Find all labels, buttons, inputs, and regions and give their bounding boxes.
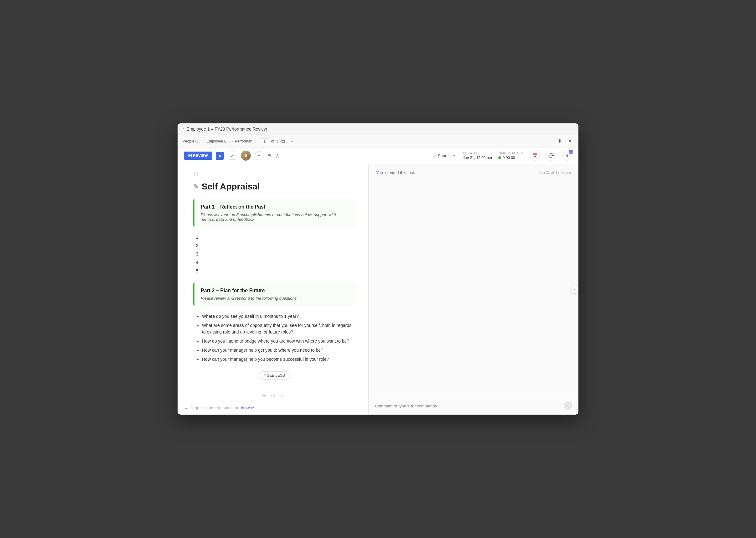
share-label: Share [438, 153, 449, 158]
part1-title: Part 1 – Reflect on the Past [201, 204, 350, 210]
right-panel: You created this task Jun 21 at 12:09 pm… [369, 164, 578, 415]
created-value: Jun 21, 12:09 pm [463, 156, 492, 160]
list-item [201, 267, 356, 275]
bullet-item-3: How do you intend to bridge where you ar… [202, 337, 356, 346]
bullet-list: Where do you see yourself in 6 months to… [193, 312, 356, 364]
breadcrumb-employee[interactable]: Employee E... [206, 139, 230, 143]
activity-user: You [376, 170, 383, 175]
breadcrumb-people[interactable]: People O... [183, 139, 201, 143]
eye-button[interactable]: 👁 1 [562, 151, 572, 161]
share-button[interactable]: ⤤ Share [433, 153, 449, 158]
breadcrumb-sep-1: › [203, 139, 204, 143]
time-tracked-value: 0:00:00 [498, 156, 523, 160]
activity-item: You created this task Jun 21 at 12:09 pm [376, 170, 571, 175]
toolbar-more-button[interactable]: ··· [453, 153, 457, 158]
comments-scroll: You created this task Jun 21 at 12:09 pm [369, 164, 578, 397]
part1-section: Part 1 – Reflect on the Past Please list… [193, 199, 356, 227]
title-text: Self Appraisal [202, 182, 260, 192]
status-arrow-button[interactable]: ▶ [216, 152, 224, 160]
attachment-text: Drop files here to attach or [190, 405, 238, 410]
breadcrumb-performance[interactable]: Performan... [235, 139, 255, 143]
toolbar: IN REVIEW ▶ ✓ E + ⚑ ◎ ⤤ Share ··· CREATE… [178, 147, 578, 164]
page-navigation: of 3 ⧉ ··· [260, 138, 295, 145]
close-button[interactable]: ✕ [567, 137, 573, 145]
part2-title: Part 2 – Plan for the Future [201, 288, 350, 294]
breadcrumb-bar: People O... › Employee E... › Performan.… [178, 135, 578, 147]
copy-button[interactable]: ⧉ [280, 138, 286, 145]
part2-section: Part 2 – Plan for the Future Please revi… [193, 283, 356, 306]
chat-icon: 💬 [548, 153, 554, 158]
download-button[interactable]: ⬇ [557, 137, 563, 145]
document-title: ✎ Self Appraisal [193, 182, 356, 192]
browse-link[interactable]: browse [241, 405, 254, 410]
doc-header-icon: ⊙ [193, 170, 356, 178]
eye-badge: 1 [569, 150, 573, 154]
bullet-item-5: How can your manager help you become suc… [202, 355, 356, 364]
activity-action: created this task [385, 170, 415, 175]
title-bar: ‹ Employee 1 – FY23 Performance Review [178, 123, 578, 135]
avatar-initials: E [242, 151, 250, 160]
list-item [201, 250, 356, 258]
check-button[interactable]: ✓ [228, 152, 237, 160]
page-separator: of [271, 139, 274, 143]
time-tracked-label: TIME TRACKED [498, 152, 523, 155]
created-label: CREATED [463, 152, 492, 155]
window-title: Employee 1 – FY23 Performance Review [187, 127, 267, 132]
avatar: E [241, 151, 251, 161]
next-nav-button[interactable]: › [570, 285, 578, 294]
activity-text: You created this task [376, 170, 415, 175]
document-scroll[interactable]: ⊙ ✎ Self Appraisal Part 1 – Reflect on t… [178, 164, 368, 390]
modal-container: ‹ Employee 1 – FY23 Performance Review P… [178, 123, 578, 415]
bullet-item-1: Where do you see yourself in 6 months to… [202, 312, 356, 321]
page-input[interactable] [260, 138, 269, 144]
numbered-list [193, 233, 356, 275]
tag-button[interactable]: ◎ [275, 153, 280, 159]
breadcrumb-sep-2: › [232, 139, 233, 143]
back-button[interactable]: ‹ [183, 127, 184, 132]
part2-subtitle: Please review and respond to the followi… [201, 296, 350, 300]
list-item [201, 233, 356, 242]
history-tool-button[interactable]: ⊙ [271, 392, 275, 398]
page-total: 3 [276, 139, 278, 143]
meta-section: CREATED Jun 21, 12:09 pm TIME TRACKED 0:… [463, 151, 572, 161]
list-item [201, 242, 356, 250]
comment-bar-inner: › [375, 402, 572, 410]
share-icon: ⤤ [433, 153, 437, 158]
bullet-item-4: How can your manager help get you to whe… [202, 346, 356, 355]
list-item [201, 258, 356, 267]
left-panel: ⊙ ✎ Self Appraisal Part 1 – Reflect on t… [178, 164, 369, 415]
part1-subtitle: Please list your top 5 accomplishments o… [201, 212, 350, 222]
breadcrumb: People O... › Employee E... › Performan.… [183, 138, 295, 145]
status-button[interactable]: IN REVIEW [184, 152, 212, 160]
breadcrumb-more-button[interactable]: ··· [288, 138, 295, 145]
see-less-container: ^ SEE LESS [193, 371, 356, 380]
time-dot [498, 156, 501, 159]
expand-tool-button[interactable]: ⤢ [280, 392, 284, 398]
chat-button[interactable]: 💬 [546, 151, 556, 161]
comment-input[interactable] [375, 404, 564, 408]
title-icon: ✎ [193, 183, 198, 190]
created-meta: CREATED Jun 21, 12:09 pm [463, 152, 492, 160]
calendar-button[interactable]: 📅 [530, 151, 540, 161]
eye-icon: 👁 [565, 153, 569, 158]
flag-button[interactable]: ⚑ [267, 153, 272, 159]
calendar-icon: 📅 [532, 153, 537, 158]
upload-icon: ☁ [184, 405, 188, 410]
breadcrumb-actions: ⬇ ✕ [557, 137, 573, 145]
comment-bar: › [369, 397, 578, 415]
bullet-item-2: What are some areas of opportunity that … [202, 321, 356, 337]
attachment-bar: ☁ Drop files here to attach or browse [178, 401, 368, 415]
time-tracked-meta: TIME TRACKED 0:00:00 [498, 152, 523, 160]
doc-bottom-tools: ⊕ ⊙ ⤢ [178, 390, 368, 401]
see-less-button[interactable]: ^ SEE LESS [259, 371, 290, 380]
main-content: ⊙ ✎ Self Appraisal Part 1 – Reflect on t… [178, 164, 578, 415]
add-user-button[interactable]: + [255, 151, 263, 160]
comment-send-button[interactable]: › [564, 402, 572, 410]
activity-timestamp: Jun 21 at 12:09 pm [539, 170, 571, 175]
emoji-tool-button[interactable]: ⊕ [262, 392, 266, 398]
